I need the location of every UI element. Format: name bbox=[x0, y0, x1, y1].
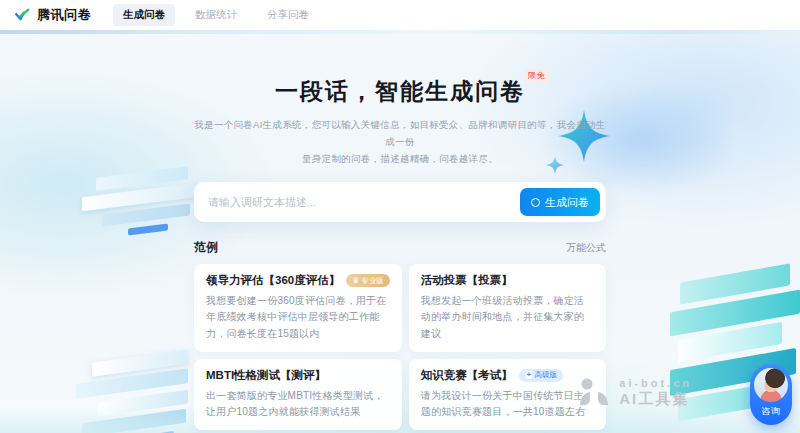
page-title: 一段话，智能生成问卷 bbox=[275, 78, 525, 104]
decoration-left-slabs bbox=[82, 172, 212, 244]
generate-survey-button[interactable]: 生成问卷 bbox=[520, 188, 600, 216]
survey-prompt-input[interactable] bbox=[208, 196, 520, 208]
app-logo[interactable]: 腾讯问卷 bbox=[14, 6, 91, 24]
plus-icon: + bbox=[525, 371, 533, 379]
examples-section-title: 范例 bbox=[194, 239, 218, 256]
example-card-leadership[interactable]: 领导力评估【360度评估】 ♛ 专业版 我想要创建一份360度评估问卷，用于在年… bbox=[194, 264, 402, 352]
consult-widget[interactable]: 咨询 bbox=[750, 364, 792, 425]
hero-subtitle: 我是一个问卷AI生成系统，您可以输入关键信息，如目标受众、品牌和调研目的等，我会… bbox=[194, 116, 606, 167]
survey-prompt-bar: 生成问卷 bbox=[194, 182, 606, 222]
watermark-name: AI工具集 bbox=[619, 390, 692, 407]
consult-label: 咨询 bbox=[754, 405, 788, 418]
tab-data-statistics[interactable]: 数据统计 bbox=[185, 4, 247, 26]
free-badge: 限免 bbox=[525, 69, 549, 82]
example-card-activity-vote[interactable]: 活动投票【投票】 我想发起一个班级活动投票，确定活动的举办时间和地点，并征集大家… bbox=[409, 264, 606, 352]
watermark-site: ai-bot.cn bbox=[619, 377, 692, 390]
tab-generate-survey[interactable]: 生成问卷 bbox=[113, 4, 175, 26]
tab-share-survey[interactable]: 分享问卷 bbox=[257, 4, 319, 26]
hero-section: 一段话，智能生成问卷 限免 我是一个问卷AI生成系统，您可以输入关键信息，如目标… bbox=[194, 30, 606, 167]
pro-plan-badge: ♛ 专业版 bbox=[346, 274, 390, 287]
top-nav: 腾讯问卷 生成问卷 数据统计 分享问卷 bbox=[0, 0, 800, 30]
crown-icon: ♛ bbox=[352, 277, 359, 285]
decoration-bottom-left-stack bbox=[74, 356, 204, 433]
watermark-logo-icon bbox=[577, 377, 611, 407]
avatar bbox=[754, 368, 788, 402]
generate-ring-icon bbox=[531, 198, 540, 207]
example-card-mbti[interactable]: MBTI性格测试【测评】 出一套简版的专业MBTI性格类型测试，让用户10题之内… bbox=[194, 359, 402, 430]
main-area: 一段话，智能生成问卷 限免 我是一个问卷AI生成系统，您可以输入关键信息，如目标… bbox=[0, 30, 800, 433]
nav-tabs: 生成问卷 数据统计 分享问卷 bbox=[113, 4, 319, 26]
logo-check-icon bbox=[14, 7, 31, 24]
universal-formula-link[interactable]: 万能公式 bbox=[566, 241, 606, 255]
watermark: ai-bot.cn AI工具集 bbox=[577, 377, 692, 407]
app-title: 腾讯问卷 bbox=[37, 6, 91, 24]
advanced-plan-badge: + 高级版 bbox=[519, 369, 564, 382]
example-cards-grid: 领导力评估【360度评估】 ♛ 专业版 我想要创建一份360度评估问卷，用于在年… bbox=[194, 264, 606, 433]
